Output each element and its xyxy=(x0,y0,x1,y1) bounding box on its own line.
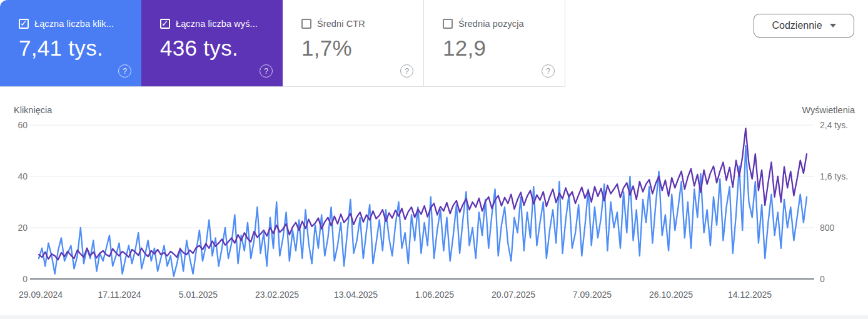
x-tick-label: 29.09.2024 xyxy=(3,290,78,300)
y-tick-label: 60 xyxy=(0,120,28,130)
y-tick-label: 0 xyxy=(0,274,28,284)
x-tick-label: 20.07.2025 xyxy=(476,290,551,300)
x-tick-label: 14.12.2025 xyxy=(712,290,787,300)
x-tick-label: 5.01.2025 xyxy=(161,290,236,300)
y-tick-label: 2,4 tys. xyxy=(820,120,848,130)
y-tick-label: 0 xyxy=(820,274,825,284)
search-performance-panel: ✓ Łączna liczba klik... 7,41 tys. ? ✓ Łą… xyxy=(0,0,868,319)
x-tick-label: 7.09.2025 xyxy=(555,290,630,300)
x-tick-label: 26.10.2025 xyxy=(633,290,709,300)
x-tick-label: 23.02.2025 xyxy=(240,290,315,300)
performance-chart[interactable] xyxy=(0,0,868,319)
x-tick-label: 13.04.2025 xyxy=(318,290,393,300)
y-tick-label: 20 xyxy=(0,223,28,233)
y-tick-label: 1,6 tys. xyxy=(820,171,848,181)
y-tick-label: 40 xyxy=(0,171,28,181)
panel-bottom-edge xyxy=(0,315,868,319)
x-tick-label: 17.11.2024 xyxy=(82,290,157,300)
x-tick-label: 1.06.2025 xyxy=(397,290,472,300)
y-tick-label: 800 xyxy=(820,223,834,233)
